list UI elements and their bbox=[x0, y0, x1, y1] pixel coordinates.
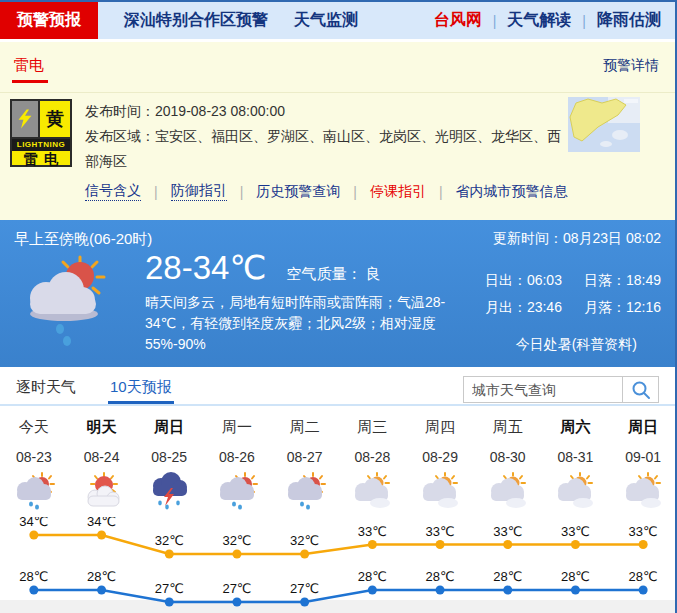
temperature-range: 28-34℃ bbox=[145, 248, 266, 287]
day-label: 周二 bbox=[271, 418, 339, 437]
alert-detail-link[interactable]: 预警详情 bbox=[603, 57, 659, 75]
tab-warning-forecast[interactable]: 预警预报 bbox=[0, 2, 98, 39]
nav-spacer bbox=[358, 2, 434, 39]
temp-label: 34℃ bbox=[19, 517, 48, 529]
search-button[interactable] bbox=[623, 376, 659, 403]
tab-shenshan-warning[interactable]: 深汕特别合作区预警 bbox=[124, 2, 268, 39]
forecast-day-column: 周四08-29 bbox=[406, 410, 474, 510]
temp-point bbox=[368, 540, 377, 549]
alert-info-text: 发布时间：2019-08-23 08:00:00 发布区域：宝安区、福田区、罗湖… bbox=[85, 99, 563, 174]
tab-weather-monitor[interactable]: 天气监测 bbox=[294, 2, 358, 39]
publish-time-value: 2019-08-23 08:00:00 bbox=[155, 103, 285, 119]
date-label: 08-28 bbox=[338, 449, 406, 465]
forecast-day-column: 周一08-26 bbox=[203, 410, 271, 510]
sun-moon-times: 日出：06:03 日落：18:49 月出：23:46 月落：12:16 bbox=[485, 272, 661, 317]
temp-point bbox=[436, 540, 445, 549]
temp-line-low bbox=[34, 590, 643, 602]
temp-point bbox=[571, 586, 580, 595]
temp-label: 32℃ bbox=[222, 533, 251, 548]
temp-label: 32℃ bbox=[290, 533, 319, 548]
day-label: 周日 bbox=[135, 418, 203, 437]
temp-label: 33℃ bbox=[629, 524, 658, 539]
divider bbox=[0, 92, 675, 93]
link-history-warning-query[interactable]: 历史预警查询 bbox=[256, 183, 340, 201]
date-label: 08-27 bbox=[271, 449, 339, 465]
publish-area-row: 发布区域：宝安区、福田区、罗湖区、南山区、龙岗区、光明区、龙华区、西部海区 bbox=[85, 124, 563, 174]
date-label: 08-30 bbox=[474, 449, 542, 465]
ten-day-forecast-grid: 今天08-23明天08-24周日08-25周一08-26周二08-27周三08-… bbox=[0, 410, 677, 510]
alert-type-tab[interactable]: 雷电 bbox=[14, 56, 44, 75]
temp-label: 28℃ bbox=[493, 569, 522, 584]
link-class-suspension-guide[interactable]: 停课指引 bbox=[370, 183, 426, 201]
moonrise-time: 月出：23:46 bbox=[485, 299, 562, 317]
solar-term-link[interactable]: 今日处暑(科普资料) bbox=[516, 336, 637, 354]
tab-ten-day-forecast[interactable]: 10天预报 bbox=[108, 373, 174, 404]
link-weather-interpretation[interactable]: 天气解读 bbox=[507, 2, 571, 39]
forecast-period-label: 早上至傍晚(06-20时) bbox=[14, 230, 152, 249]
city-search bbox=[463, 376, 659, 403]
warning-type-cn: 雷电 bbox=[12, 151, 70, 169]
cloud-sun-rain-icon bbox=[271, 472, 339, 510]
temperature-line-chart: 34℃34℃32℃32℃32℃33℃33℃33℃33℃33℃28℃28℃27℃2… bbox=[0, 517, 677, 613]
temp-point bbox=[97, 531, 106, 540]
date-label: 08-29 bbox=[406, 449, 474, 465]
forecast-day-column: 周三08-28 bbox=[338, 410, 406, 510]
temp-point bbox=[639, 540, 648, 549]
date-label: 08-26 bbox=[203, 449, 271, 465]
forecast-day-column: 周二08-27 bbox=[271, 410, 339, 510]
cloudy-sun-icon bbox=[338, 472, 406, 510]
link-signal-meaning[interactable]: 信号含义 bbox=[85, 182, 141, 201]
date-label: 08-23 bbox=[0, 449, 68, 465]
forecast-day-column: 周五08-30 bbox=[474, 410, 542, 510]
sun-cloud-icon bbox=[68, 472, 136, 510]
temp-point bbox=[571, 540, 580, 549]
separator: | bbox=[439, 184, 443, 200]
date-label: 08-31 bbox=[542, 449, 610, 465]
top-nav: 预警预报 深汕特别合作区预警 天气监测 台风网 | 天气解读 | 降雨估测 bbox=[0, 2, 675, 39]
temp-label: 33℃ bbox=[358, 524, 387, 539]
day-label: 明天 bbox=[68, 418, 136, 437]
search-icon bbox=[631, 380, 651, 400]
day-label: 周六 bbox=[542, 418, 610, 437]
temp-line-high bbox=[34, 535, 643, 554]
link-defense-guide[interactable]: 防御指引 bbox=[171, 182, 227, 201]
tab-hourly-weather[interactable]: 逐时天气 bbox=[14, 373, 78, 404]
temp-point bbox=[232, 550, 241, 559]
temp-label: 33℃ bbox=[426, 524, 455, 539]
separator: | bbox=[154, 184, 158, 200]
date-label: 09-01 bbox=[609, 449, 677, 465]
cloud-sun-rain-icon bbox=[0, 472, 68, 510]
temp-point bbox=[639, 586, 648, 595]
publish-time-row: 发布时间：2019-08-23 08:00:00 bbox=[85, 99, 563, 124]
city-search-input[interactable] bbox=[463, 376, 623, 403]
temp-label: 27℃ bbox=[290, 581, 319, 596]
nav-pad bbox=[661, 2, 675, 39]
link-province-city-warnings[interactable]: 省内城市预警信息 bbox=[456, 183, 568, 201]
day-label: 周四 bbox=[406, 418, 474, 437]
link-rainfall-estimate[interactable]: 降雨估测 bbox=[597, 2, 661, 39]
publish-time-label: 发布时间： bbox=[85, 103, 155, 119]
day-label: 今天 bbox=[0, 418, 68, 437]
temp-point bbox=[29, 531, 38, 540]
temp-label: 28℃ bbox=[561, 569, 590, 584]
link-typhoon-net[interactable]: 台风网 bbox=[434, 2, 482, 39]
temp-label: 28℃ bbox=[426, 569, 455, 584]
current-weather-panel: 早上至傍晚(06-20时) 更新时间：08月23日 08:02 28-34℃ 空… bbox=[0, 220, 675, 367]
temp-label: 28℃ bbox=[358, 569, 387, 584]
shenzhen-warning-map[interactable] bbox=[568, 97, 640, 152]
temp-label: 28℃ bbox=[87, 569, 116, 584]
forecast-day-column: 周六08-31 bbox=[542, 410, 610, 510]
forecast-day-column: 今天08-23 bbox=[0, 410, 68, 510]
temp-point bbox=[29, 586, 38, 595]
temp-label: 27℃ bbox=[155, 581, 184, 596]
temp-label: 27℃ bbox=[222, 581, 251, 596]
alert-tab-underline bbox=[12, 80, 48, 83]
lightning-yellow-warning-sign-icon: 黄 LIGHTNING 雷电 bbox=[10, 99, 72, 167]
day-label: 周五 bbox=[474, 418, 542, 437]
cloud-sun-rain-icon bbox=[20, 252, 112, 348]
update-time: 更新时间：08月23日 08:02 bbox=[493, 230, 661, 248]
cloud-sun-rain-icon bbox=[203, 472, 271, 510]
alert-links-row: 信号含义 | 防御指引 | 历史预警查询 | 停课指引 | 省内城市预警信息 bbox=[85, 182, 568, 201]
publish-area-label: 发布区域： bbox=[85, 128, 155, 144]
forecast-day-column: 明天08-24 bbox=[68, 410, 136, 510]
